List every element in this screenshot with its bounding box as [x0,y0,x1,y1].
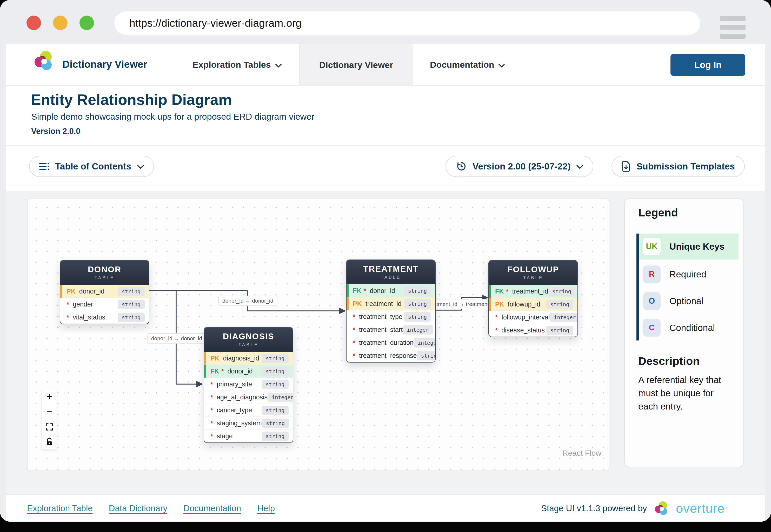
table-name: TREATMENT [363,264,418,274]
edge-label: donor_id → donor_id [218,296,278,306]
url-bar[interactable]: https://dictionary-viewer-diagram.org [114,11,700,35]
history-icon [455,161,467,172]
required-badge: R [643,265,661,283]
field-name: stage [217,432,233,440]
foreign-key-label: FK [211,367,219,375]
table-name: DONOR [88,265,121,274]
minus-icon: − [46,406,52,418]
field-row: * vital_status string [60,311,149,324]
unlock-icon [45,438,53,446]
lock-toggle-button[interactable] [42,434,57,449]
browser-menu-icon[interactable] [720,16,746,39]
field-row: * treatment_start integer [347,323,435,336]
table-kind-label: TABLE [239,342,259,347]
react-flow-attribution-link[interactable]: React Flow [562,449,602,458]
zoom-out-button[interactable]: − [42,404,57,419]
field-type-badge: string [118,300,145,309]
field-row: * staging_system string [204,417,293,429]
table-name: DIAGNOSIS [223,332,274,341]
description-title: Description [638,355,700,367]
field-row: PK donor_id string [60,285,149,298]
field-row: * treatment_response string [347,349,435,362]
field-type-badge: string [262,367,289,376]
primary-key-label: PK [211,354,220,362]
legend-item-required[interactable]: R Required [639,261,739,287]
field-type-badge: string [262,380,289,389]
zoom-in-button[interactable]: + [42,389,57,404]
browser-window: https://dictionary-viewer-diagram.org Di… [0,0,771,522]
field-type-badge: string [262,432,289,441]
legend-item-conditional[interactable]: C Conditional [639,315,739,341]
field-name: donor_id [79,288,104,295]
field-row: FK * donor_id string [347,284,435,297]
minimize-window-button[interactable] [53,16,67,30]
field-row: FK * donor_id string [204,365,293,378]
table-kind-label: TABLE [94,275,115,281]
menu-bar [720,34,746,39]
field-type-badge: string [404,286,431,296]
field-row: FK * treatment_id string [489,285,577,298]
app-brand-title: Dictionary Viewer [62,59,147,70]
field-row: * treatment_duration integer [347,336,435,349]
legend-item-label: Conditional [670,323,715,333]
footer-link-help[interactable]: Help [257,503,275,513]
overture-wordmark[interactable]: overture [676,501,725,516]
page-footer: Exploration Table Data Dictionary Docume… [6,494,765,522]
primary-key-label: PK [495,301,504,308]
unique-keys-badge: UK [643,238,661,255]
field-name: treatment_type [359,313,402,320]
maximize-window-button[interactable] [79,16,94,30]
submission-templates-button[interactable]: Submission Templates [612,156,745,177]
legend-item-unique-keys[interactable]: UK Unique Keys [639,234,739,260]
legend-item-optional[interactable]: O Optional [639,288,739,314]
foreign-key-label: FK [495,288,504,295]
nav-item-exploration-tables[interactable]: Exploration Tables [192,60,282,70]
close-window-button[interactable] [26,16,41,30]
field-name: disease_status [501,326,545,334]
field-name: cancer_type [217,406,252,414]
version-dropdown[interactable]: Version 2.00 (25-07-22) [445,156,593,177]
conditional-badge: C [643,319,661,337]
footer-branding: Stage UI v1.1.3 powered by overture [541,495,725,522]
field-row: * age_at_diagnosis integer [204,391,293,404]
submission-templates-label: Submission Templates [637,161,735,172]
menu-bar [720,25,746,30]
app-logo-icon[interactable] [33,50,55,72]
erd-canvas[interactable]: donor_id → donor_id donor_id → donor_id … [27,199,609,471]
field-name: followup_interval [501,313,550,321]
primary-key-label: PK [66,288,76,295]
field-name: treatment_id [512,288,548,295]
table-header: TREATMENT TABLE [347,260,435,284]
field-type-badge: string [118,313,145,322]
field-name: staging_system [217,419,262,427]
chevron-down-icon [137,165,144,169]
description-body: A referential key that must be unique fo… [638,373,734,413]
footer-link-exploration-table[interactable]: Exploration Table [27,503,93,513]
nav-tab-dictionary-viewer[interactable]: Dictionary Viewer [299,44,413,86]
footer-link-data-dictionary[interactable]: Data Dictionary [109,503,167,513]
screenshot-root: https://dictionary-viewer-diagram.org Di… [0,0,771,532]
table-header: DIAGNOSIS TABLE [204,328,293,352]
erd-node-donor[interactable]: DONOR TABLE PK donor_id string * gender … [60,260,149,324]
chevron-down-icon [498,64,505,68]
field-type-badge: string [118,287,145,296]
erd-node-diagnosis[interactable]: DIAGNOSIS TABLE PK diagnosis_id string F… [204,327,293,443]
erd-node-treatment[interactable]: TREATMENT TABLE FK * donor_id string PK … [346,260,436,363]
login-button-label: Log In [694,60,722,70]
erd-node-followup[interactable]: FOLLOWUP TABLE FK * treatment_id string … [488,260,578,337]
overture-logo-icon[interactable] [654,501,669,516]
field-type-badge: integer [403,325,433,335]
field-name: treatment_duration [359,339,414,346]
field-type-badge: integer [268,393,293,402]
table-of-contents-button[interactable]: Table of Contents [29,156,154,177]
nav-item-label: Documentation [430,60,494,70]
field-name: followup_id [508,301,540,308]
field-row: * gender string [60,298,149,311]
footer-link-documentation[interactable]: Documentation [183,503,241,513]
edge-label: donor_id → donor_id [147,333,206,344]
field-row: * treatment_type string [347,310,435,323]
login-button[interactable]: Log In [671,54,745,76]
fit-view-button[interactable] [42,419,57,434]
nav-item-documentation[interactable]: Documentation [430,60,505,70]
foreign-key-label: FK [353,287,361,295]
